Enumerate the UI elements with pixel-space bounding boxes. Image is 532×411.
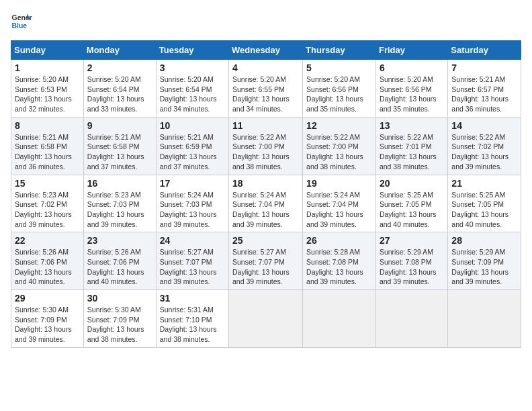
day-number: 30: [87, 293, 152, 304]
day-number: 16: [87, 178, 152, 189]
logo-icon: General Blue: [11, 11, 32, 32]
day-info: Sunrise: 5:28 AMSunset: 7:08 PMDaylight:…: [306, 247, 372, 287]
calendar-cell: 22Sunrise: 5:26 AMSunset: 7:06 PMDayligh…: [11, 232, 84, 290]
weekday-header-tuesday: Tuesday: [156, 41, 228, 60]
calendar-cell: 5Sunrise: 5:20 AMSunset: 6:56 PMDaylight…: [303, 60, 376, 118]
calendar-cell: 10Sunrise: 5:21 AMSunset: 6:59 PMDayligh…: [156, 117, 228, 175]
day-number: 7: [451, 62, 517, 73]
calendar-cell: 14Sunrise: 5:22 AMSunset: 7:02 PMDayligh…: [448, 117, 521, 175]
day-info: Sunrise: 5:30 AMSunset: 7:09 PMDaylight:…: [15, 305, 80, 345]
day-number: 27: [380, 235, 444, 246]
day-number: 15: [15, 178, 80, 189]
day-info: Sunrise: 5:21 AMSunset: 6:58 PMDaylight:…: [15, 132, 80, 172]
week-row-5: 29Sunrise: 5:30 AMSunset: 7:09 PMDayligh…: [11, 290, 521, 348]
day-info: Sunrise: 5:20 AMSunset: 6:56 PMDaylight:…: [306, 75, 372, 114]
day-number: 25: [232, 235, 299, 246]
week-row-2: 8Sunrise: 5:21 AMSunset: 6:58 PMDaylight…: [11, 117, 521, 175]
day-number: 6: [380, 62, 444, 73]
calendar-cell: 17Sunrise: 5:24 AMSunset: 7:03 PMDayligh…: [156, 175, 228, 232]
day-number: 10: [160, 120, 225, 131]
weekday-header-monday: Monday: [83, 41, 156, 60]
calendar-cell: 31Sunrise: 5:31 AMSunset: 7:10 PMDayligh…: [156, 290, 228, 348]
week-row-1: 1Sunrise: 5:20 AMSunset: 6:53 PMDaylight…: [11, 60, 521, 118]
day-number: 22: [15, 235, 80, 246]
day-info: Sunrise: 5:29 AMSunset: 7:09 PMDaylight:…: [451, 247, 517, 287]
day-number: 13: [380, 120, 444, 131]
day-info: Sunrise: 5:31 AMSunset: 7:10 PMDaylight:…: [160, 305, 225, 345]
calendar-table: SundayMondayTuesdayWednesdayThursdayFrid…: [11, 40, 521, 348]
day-number: 26: [306, 235, 372, 246]
day-info: Sunrise: 5:22 AMSunset: 7:02 PMDaylight:…: [451, 132, 517, 172]
day-number: 31: [160, 293, 225, 304]
calendar-cell: 4Sunrise: 5:20 AMSunset: 6:55 PMDaylight…: [229, 60, 303, 118]
day-number: 4: [232, 62, 299, 73]
day-info: Sunrise: 5:30 AMSunset: 7:09 PMDaylight:…: [87, 305, 152, 345]
day-number: 3: [160, 62, 225, 73]
day-info: Sunrise: 5:25 AMSunset: 7:05 PMDaylight:…: [451, 190, 517, 230]
day-info: Sunrise: 5:27 AMSunset: 7:07 PMDaylight:…: [160, 247, 225, 287]
week-row-4: 22Sunrise: 5:26 AMSunset: 7:06 PMDayligh…: [11, 232, 521, 290]
day-info: Sunrise: 5:20 AMSunset: 6:56 PMDaylight:…: [380, 75, 444, 114]
calendar-cell: [375, 290, 447, 348]
day-number: 1: [15, 62, 80, 73]
calendar-cell: [303, 290, 376, 348]
day-number: 17: [160, 178, 225, 189]
week-row-3: 15Sunrise: 5:23 AMSunset: 7:02 PMDayligh…: [11, 175, 521, 232]
svg-text:Blue: Blue: [12, 22, 28, 30]
day-number: 14: [451, 120, 517, 131]
day-number: 11: [232, 120, 299, 131]
calendar-cell: 29Sunrise: 5:30 AMSunset: 7:09 PMDayligh…: [11, 290, 84, 348]
calendar-cell: 2Sunrise: 5:20 AMSunset: 6:54 PMDaylight…: [83, 60, 156, 118]
calendar-cell: 21Sunrise: 5:25 AMSunset: 7:05 PMDayligh…: [448, 175, 521, 232]
weekday-header-row: SundayMondayTuesdayWednesdayThursdayFrid…: [11, 41, 521, 60]
calendar-cell: 18Sunrise: 5:24 AMSunset: 7:04 PMDayligh…: [229, 175, 303, 232]
day-info: Sunrise: 5:26 AMSunset: 7:06 PMDaylight:…: [15, 247, 80, 287]
day-info: Sunrise: 5:21 AMSunset: 6:58 PMDaylight:…: [87, 132, 152, 172]
weekday-header-wednesday: Wednesday: [229, 41, 303, 60]
day-number: 29: [15, 293, 80, 304]
logo: General Blue: [11, 11, 32, 32]
weekday-header-thursday: Thursday: [303, 41, 376, 60]
day-number: 18: [232, 178, 299, 189]
day-info: Sunrise: 5:20 AMSunset: 6:54 PMDaylight:…: [160, 75, 225, 114]
calendar-cell: 26Sunrise: 5:28 AMSunset: 7:08 PMDayligh…: [303, 232, 376, 290]
day-info: Sunrise: 5:25 AMSunset: 7:05 PMDaylight:…: [380, 190, 444, 230]
calendar-cell: 30Sunrise: 5:30 AMSunset: 7:09 PMDayligh…: [83, 290, 156, 348]
calendar-cell: 27Sunrise: 5:29 AMSunset: 7:08 PMDayligh…: [375, 232, 447, 290]
day-number: 21: [451, 178, 517, 189]
day-number: 8: [15, 120, 80, 131]
calendar-cell: 3Sunrise: 5:20 AMSunset: 6:54 PMDaylight…: [156, 60, 228, 118]
day-info: Sunrise: 5:27 AMSunset: 7:07 PMDaylight:…: [232, 247, 299, 287]
calendar-cell: 6Sunrise: 5:20 AMSunset: 6:56 PMDaylight…: [375, 60, 447, 118]
day-info: Sunrise: 5:22 AMSunset: 7:00 PMDaylight:…: [232, 132, 299, 172]
day-info: Sunrise: 5:24 AMSunset: 7:04 PMDaylight:…: [232, 190, 299, 230]
day-info: Sunrise: 5:22 AMSunset: 7:00 PMDaylight:…: [306, 132, 372, 172]
day-info: Sunrise: 5:21 AMSunset: 6:59 PMDaylight:…: [160, 132, 225, 172]
day-info: Sunrise: 5:21 AMSunset: 6:57 PMDaylight:…: [451, 75, 517, 114]
calendar-cell: 19Sunrise: 5:24 AMSunset: 7:04 PMDayligh…: [303, 175, 376, 232]
weekday-header-saturday: Saturday: [448, 41, 521, 60]
day-number: 24: [160, 235, 225, 246]
calendar-cell: 25Sunrise: 5:27 AMSunset: 7:07 PMDayligh…: [229, 232, 303, 290]
calendar-cell: 9Sunrise: 5:21 AMSunset: 6:58 PMDaylight…: [83, 117, 156, 175]
calendar-cell: 8Sunrise: 5:21 AMSunset: 6:58 PMDaylight…: [11, 117, 84, 175]
calendar-cell: 23Sunrise: 5:26 AMSunset: 7:06 PMDayligh…: [83, 232, 156, 290]
calendar-cell: 20Sunrise: 5:25 AMSunset: 7:05 PMDayligh…: [375, 175, 447, 232]
calendar-cell: 1Sunrise: 5:20 AMSunset: 6:53 PMDaylight…: [11, 60, 84, 118]
day-info: Sunrise: 5:22 AMSunset: 7:01 PMDaylight:…: [380, 132, 444, 172]
calendar-cell: 11Sunrise: 5:22 AMSunset: 7:00 PMDayligh…: [229, 117, 303, 175]
day-number: 28: [451, 235, 517, 246]
day-number: 20: [380, 178, 444, 189]
day-info: Sunrise: 5:20 AMSunset: 6:54 PMDaylight:…: [87, 75, 152, 114]
calendar-cell: [448, 290, 521, 348]
calendar-cell: 15Sunrise: 5:23 AMSunset: 7:02 PMDayligh…: [11, 175, 84, 232]
weekday-header-friday: Friday: [375, 41, 447, 60]
page-header: General Blue: [11, 11, 521, 32]
calendar-cell: 24Sunrise: 5:27 AMSunset: 7:07 PMDayligh…: [156, 232, 228, 290]
weekday-header-sunday: Sunday: [11, 41, 84, 60]
day-info: Sunrise: 5:23 AMSunset: 7:03 PMDaylight:…: [87, 190, 152, 230]
day-number: 9: [87, 120, 152, 131]
calendar-cell: 16Sunrise: 5:23 AMSunset: 7:03 PMDayligh…: [83, 175, 156, 232]
calendar-cell: 28Sunrise: 5:29 AMSunset: 7:09 PMDayligh…: [448, 232, 521, 290]
calendar-cell: 12Sunrise: 5:22 AMSunset: 7:00 PMDayligh…: [303, 117, 376, 175]
